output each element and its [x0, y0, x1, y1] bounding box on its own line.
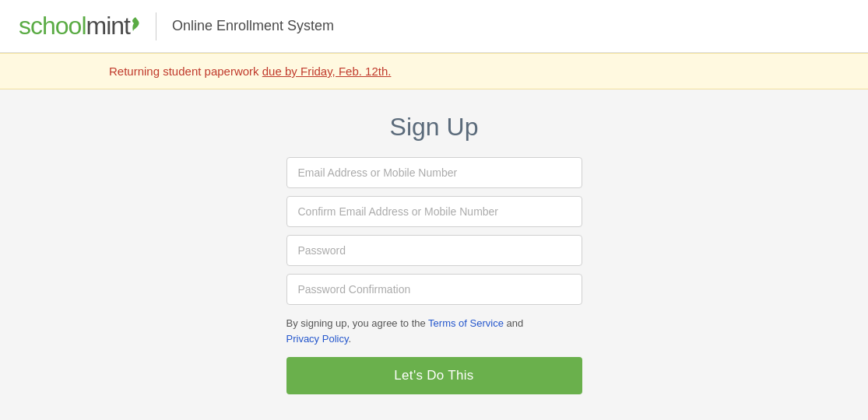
logo-leaf-icon	[131, 17, 140, 31]
confirm-email-input[interactable]	[286, 196, 582, 227]
submit-button[interactable]: Let's Do This	[286, 357, 582, 394]
password-input[interactable]	[286, 235, 582, 266]
password-confirmation-input[interactable]	[286, 274, 582, 305]
email-input[interactable]	[286, 157, 582, 188]
header-subtitle: Online Enrollment System	[172, 18, 334, 34]
terms-text: By signing up, you agree to the Terms of…	[286, 316, 582, 346]
logo-school-text: school	[19, 12, 86, 40]
site-logo: schoolmint	[19, 12, 140, 40]
privacy-policy-link[interactable]: Privacy Policy	[286, 333, 349, 345]
announcement-banner: Returning student paperwork due by Frida…	[0, 53, 868, 89]
signup-form: By signing up, you agree to the Terms of…	[286, 157, 582, 394]
page-title: Sign Up	[390, 113, 479, 142]
banner-link[interactable]: due by Friday, Feb. 12th.	[262, 65, 392, 78]
banner-text: Returning student paperwork	[109, 65, 262, 78]
site-header: schoolmint Online Enrollment System	[0, 0, 868, 53]
terms-prefix: By signing up, you agree to the	[286, 317, 429, 329]
terms-suffix: .	[348, 333, 351, 345]
header-divider	[156, 12, 156, 40]
main-content: Sign Up By signing up, you agree to the …	[0, 89, 868, 394]
terms-of-service-link[interactable]: Terms of Service	[428, 317, 504, 329]
terms-middle: and	[504, 317, 523, 329]
logo-mint-text: mint	[86, 12, 130, 40]
